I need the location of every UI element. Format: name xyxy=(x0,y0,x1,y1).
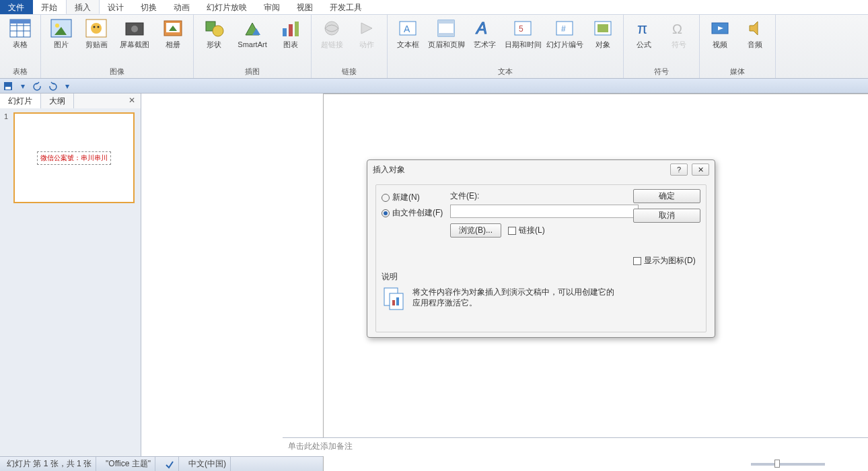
dialog-description: 说明 将文件内容作为对象插入到演示文稿中，可以用创建它的应用程序激活它。 xyxy=(382,271,700,311)
svg-rect-22 xyxy=(283,28,287,36)
qat-redo[interactable] xyxy=(47,81,58,92)
action-icon xyxy=(356,17,377,39)
svg-point-25 xyxy=(325,22,338,35)
slide-thumbnail[interactable]: 1 微信公案號：串川串川 xyxy=(4,112,137,203)
group-illus-label: 插图 xyxy=(198,65,307,78)
group-media-label: 媒体 xyxy=(704,65,771,78)
symbol-icon: Ω xyxy=(668,17,690,39)
panel-close-button[interactable]: ✕ xyxy=(123,94,141,108)
svg-point-19 xyxy=(213,26,223,36)
group-symbols: π公式 Ω符号 符号 xyxy=(624,15,700,78)
svg-rect-48 xyxy=(392,300,395,305)
link-checkbox[interactable]: 链接(L) xyxy=(508,225,545,236)
btn-datetime[interactable]: 5日期和时间 xyxy=(503,16,542,50)
smartart-icon xyxy=(242,17,263,39)
insert-object-dialog: 插入对象 ? ✕ 新建(N) 由文件创建(F) 文件(E): 浏览(B)... xyxy=(367,159,715,338)
slidenumber-icon: # xyxy=(554,17,575,39)
ok-button[interactable]: 确定 xyxy=(633,189,700,203)
tab-transitions[interactable]: 切换 xyxy=(133,0,166,14)
panel-tab-outline[interactable]: 大纲 xyxy=(41,94,74,108)
radio-from-file[interactable]: 由文件创建(F) xyxy=(382,207,449,219)
btn-picture[interactable]: 图片 xyxy=(45,16,77,50)
btn-chart[interactable]: 图表 xyxy=(275,16,307,50)
dialog-close-button[interactable]: ✕ xyxy=(692,164,709,176)
btn-audio[interactable]: 音频 xyxy=(739,16,771,50)
checkbox-icon xyxy=(633,257,641,265)
zoom-slider[interactable] xyxy=(751,463,825,466)
datetime-icon: 5 xyxy=(512,17,534,39)
slide-panel: 幻灯片 大纲 ✕ 1 微信公案號：串川串川 xyxy=(0,94,141,456)
svg-rect-23 xyxy=(289,24,293,36)
audio-icon xyxy=(744,17,766,39)
qat-save[interactable] xyxy=(3,81,13,92)
tab-review[interactable]: 审阅 xyxy=(256,0,289,14)
browse-button[interactable]: 浏览(B)... xyxy=(450,223,501,238)
tab-devtools[interactable]: 开发工具 xyxy=(322,0,371,14)
qat-undo[interactable] xyxy=(32,81,43,92)
show-as-icon-checkbox[interactable]: 显示为图标(D) xyxy=(633,255,700,266)
group-tables: 表格 表格 xyxy=(0,15,41,78)
btn-smartart[interactable]: SmartArt xyxy=(233,16,272,50)
group-links: 超链接 动作 链接 xyxy=(312,15,388,78)
object-icon xyxy=(592,17,614,39)
tab-file[interactable]: 文件 xyxy=(0,0,33,14)
status-theme: "Office 主题" xyxy=(102,457,155,471)
equation-icon: π xyxy=(633,17,655,39)
btn-wordart[interactable]: A艺术字 xyxy=(468,16,501,50)
thumb-content-text: 微信公案號：串川串川 xyxy=(37,151,111,165)
status-language[interactable]: 中文(中国) xyxy=(184,457,231,471)
panel-tabs: 幻灯片 大纲 ✕ xyxy=(0,94,141,108)
tab-slideshow[interactable]: 幻灯片放映 xyxy=(198,0,256,14)
svg-point-12 xyxy=(98,26,100,28)
dialog-help-button[interactable]: ? xyxy=(670,164,688,176)
btn-symbol: Ω符号 xyxy=(663,16,695,50)
qat-more[interactable]: ▾ xyxy=(62,81,73,92)
ribbon-tabstrip: 文件 开始 插入 设计 切换 动画 幻灯片放映 审阅 视图 开发工具 xyxy=(0,0,868,15)
zoom-thumb[interactable] xyxy=(774,460,780,468)
qat-dropdown[interactable]: ▾ xyxy=(17,81,28,92)
btn-table[interactable]: 表格 xyxy=(4,16,36,50)
btn-textbox[interactable]: A文本框 xyxy=(392,16,424,50)
radio-create-new[interactable]: 新建(N) xyxy=(382,192,449,203)
btn-header-footer[interactable]: 页眉和页脚 xyxy=(427,16,466,50)
svg-rect-38 xyxy=(598,24,608,32)
group-symbols-label: 符号 xyxy=(628,65,695,78)
btn-clipart[interactable]: 剪贴画 xyxy=(80,16,112,50)
thumb-preview: 微信公案號：串川串川 xyxy=(13,112,135,203)
file-label: 文件(E): xyxy=(450,190,639,202)
btn-slidenumber[interactable]: #幻灯片编号 xyxy=(545,16,584,50)
tab-home[interactable]: 开始 xyxy=(33,0,66,14)
tab-insert[interactable]: 插入 xyxy=(66,0,100,14)
btn-screenshot[interactable]: 屏幕截图 xyxy=(115,16,154,50)
group-media: 视频 音频 媒体 xyxy=(700,15,776,78)
dialog-titlebar[interactable]: 插入对象 ? ✕ xyxy=(367,160,715,179)
group-images: 图片 剪贴画 屏幕截图 相册 图像 xyxy=(41,15,194,78)
panel-tab-slides[interactable]: 幻灯片 xyxy=(0,94,41,108)
checkbox-icon xyxy=(508,227,516,235)
btn-video[interactable]: 视频 xyxy=(704,16,736,50)
cancel-button[interactable]: 取消 xyxy=(633,209,700,223)
svg-marker-26 xyxy=(361,23,372,34)
btn-object[interactable]: 对象 xyxy=(587,16,619,50)
btn-equation[interactable]: π公式 xyxy=(628,16,660,50)
chart-icon xyxy=(280,17,301,39)
ribbon: 表格 表格 图片 剪贴画 屏幕截图 相册 图像 形状 SmartArt 图表 插… xyxy=(0,15,868,79)
radio-icon xyxy=(382,209,390,217)
quick-access-toolbar: ▾ ▾ xyxy=(0,79,868,94)
btn-hyperlink: 超链接 xyxy=(316,16,348,50)
btn-album[interactable]: 相册 xyxy=(157,16,189,50)
tab-view[interactable]: 视图 xyxy=(289,0,322,14)
file-path-input[interactable] xyxy=(450,205,639,218)
svg-rect-49 xyxy=(396,297,399,305)
svg-rect-24 xyxy=(295,22,299,36)
textbox-icon: A xyxy=(397,17,419,39)
tab-animations[interactable]: 动画 xyxy=(166,0,198,14)
svg-point-10 xyxy=(91,23,102,34)
picture-icon xyxy=(50,17,72,39)
tab-design[interactable]: 设计 xyxy=(100,0,133,14)
svg-marker-43 xyxy=(750,22,758,35)
notes-pane[interactable]: 单击此处添加备注 xyxy=(283,437,868,456)
btn-shapes[interactable]: 形状 xyxy=(198,16,230,50)
status-spellcheck[interactable] xyxy=(161,457,179,471)
group-images-label: 图像 xyxy=(45,65,189,78)
